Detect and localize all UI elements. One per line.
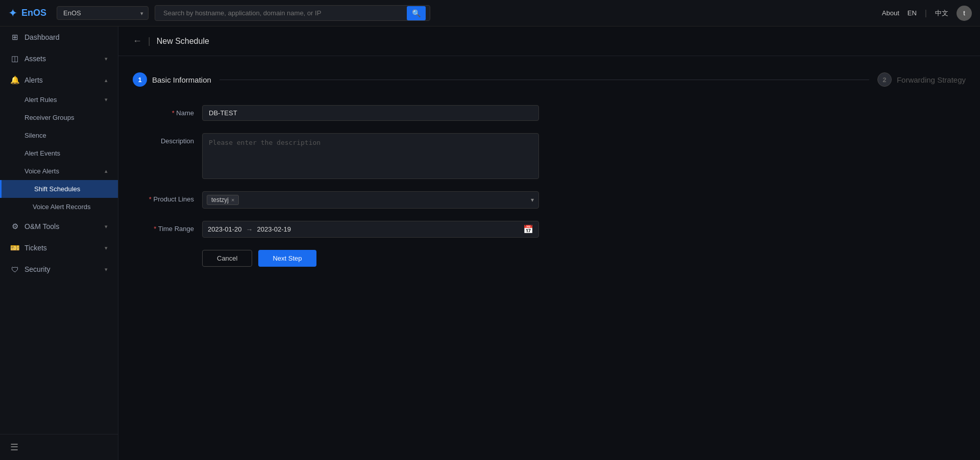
sidebar-item-om-tools[interactable]: ⚙ O&M Tools ▾	[0, 216, 118, 237]
product-lines-label: Product Lines	[133, 191, 194, 203]
sidebar-item-alert-events[interactable]: Alert Events	[0, 144, 118, 162]
form-area: 1 Basic Information 2 Forwarding Strateg…	[118, 56, 980, 460]
sidebar-item-assets[interactable]: ◫ Assets ▾	[0, 48, 118, 69]
sidebar-item-shift-schedules[interactable]: Shift Schedules	[0, 180, 118, 198]
alerts-icon: 🔔	[10, 75, 19, 85]
topbar-right: About EN | 中文 t	[882, 6, 972, 21]
date-range-picker[interactable]: 2023-01-20 → 2023-02-19 📅	[202, 221, 539, 238]
avatar[interactable]: t	[957, 6, 972, 21]
sidebar-label-alert-rules: Alert Rules	[24, 96, 105, 104]
sidebar-bottom: ☰	[0, 434, 118, 460]
security-icon: 🛡	[10, 265, 19, 274]
product-lines-select[interactable]: testzyj ×	[202, 191, 539, 209]
step2-label: Forwarding Strategy	[897, 75, 966, 84]
lang-en[interactable]: EN	[908, 9, 917, 17]
product-lines-select-wrap[interactable]: testzyj × ▾	[202, 191, 539, 209]
sidebar-item-receiver-groups[interactable]: Receiver Groups	[0, 109, 118, 126]
tag-close-icon[interactable]: ×	[231, 197, 234, 203]
description-label: Description	[133, 133, 194, 145]
form-row-description: Description	[133, 133, 592, 179]
alerts-arrow-icon: ▴	[105, 77, 108, 84]
step-1: 1 Basic Information	[133, 72, 211, 87]
sidebar-label-voice-alert-records: Voice Alert Records	[33, 203, 108, 211]
tag-label: testzyj	[211, 196, 229, 203]
calendar-icon[interactable]: 📅	[523, 224, 533, 234]
sidebar-label-tickets: Tickets	[24, 244, 100, 252]
tickets-arrow-icon: ▾	[105, 245, 108, 251]
stepper: 1 Basic Information 2 Forwarding Strateg…	[133, 72, 966, 87]
page-title: New Schedule	[157, 37, 209, 46]
main-layout: ⊞ Dashboard ◫ Assets ▾ 🔔 Alerts ▴ Alert …	[0, 27, 980, 460]
env-selector[interactable]: EnOS Production Staging	[57, 6, 149, 20]
sidebar-item-voice-alerts[interactable]: Voice Alerts ▴	[0, 162, 118, 180]
header-divider: |	[148, 36, 151, 46]
next-step-button[interactable]: Next Step	[258, 250, 316, 267]
logo-area: ✦ EnOS	[8, 7, 46, 20]
sidebar-item-alert-rules[interactable]: Alert Rules ▾	[0, 91, 118, 109]
sidebar-label-alert-events: Alert Events	[24, 149, 108, 157]
sidebar-label-security: Security	[24, 265, 100, 273]
step-2: 2 Forwarding Strategy	[877, 72, 966, 87]
product-line-tag: testzyj ×	[207, 195, 239, 205]
form-body: Name Description Product Lines testzyj	[133, 105, 592, 267]
date-end: 2023-02-19	[257, 225, 291, 233]
om-tools-icon: ⚙	[10, 222, 19, 231]
alert-rules-arrow-icon: ▾	[105, 96, 108, 103]
step2-circle: 2	[877, 72, 892, 87]
sidebar-label-silence: Silence	[24, 132, 108, 139]
dashboard-icon: ⊞	[10, 33, 19, 42]
sidebar-label-assets: Assets	[24, 55, 100, 63]
date-start: 2023-01-20	[208, 225, 242, 233]
voice-alerts-arrow-icon: ▴	[105, 168, 108, 174]
assets-arrow-icon: ▾	[105, 56, 108, 62]
sidebar-label-shift-schedules: Shift Schedules	[34, 185, 108, 193]
content-area: ← | New Schedule 1 Basic Information 2 F…	[118, 27, 980, 460]
sidebar-item-security[interactable]: 🛡 Security ▾	[0, 259, 118, 280]
sidebar-item-dashboard[interactable]: ⊞ Dashboard	[0, 27, 118, 48]
form-actions: Cancel Next Step	[202, 250, 592, 267]
sidebar-item-voice-alert-records[interactable]: Voice Alert Records	[0, 198, 118, 216]
enos-logo-icon: ✦	[8, 7, 17, 20]
search-button[interactable]: 🔍	[407, 6, 426, 20]
sidebar-label-om-tools: O&M Tools	[24, 222, 100, 231]
sidebar-item-tickets[interactable]: 🎫 Tickets ▾	[0, 237, 118, 259]
about-link[interactable]: About	[882, 9, 899, 17]
sidebar-item-alerts[interactable]: 🔔 Alerts ▴	[0, 69, 118, 91]
hamburger-icon[interactable]: ☰	[10, 442, 18, 452]
sidebar: ⊞ Dashboard ◫ Assets ▾ 🔔 Alerts ▴ Alert …	[0, 27, 118, 460]
topbar: ✦ EnOS EnOS Production Staging 🔍 About E…	[0, 0, 980, 27]
step1-circle: 1	[133, 72, 147, 87]
lang-divider: |	[925, 9, 927, 18]
page-header: ← | New Schedule	[118, 27, 980, 56]
sidebar-label-dashboard: Dashboard	[24, 33, 108, 41]
cancel-button[interactable]: Cancel	[202, 250, 252, 267]
sidebar-item-silence[interactable]: Silence	[0, 126, 118, 144]
time-range-label: Time Range	[133, 221, 194, 233]
form-row-product-lines: Product Lines testzyj × ▾	[133, 191, 592, 209]
env-selector-wrap[interactable]: EnOS Production Staging	[57, 6, 149, 20]
step-line	[219, 80, 869, 80]
sidebar-label-voice-alerts: Voice Alerts	[24, 167, 105, 175]
name-input[interactable]	[202, 105, 539, 121]
sidebar-label-receiver-groups: Receiver Groups	[24, 114, 108, 121]
form-row-name: Name	[133, 105, 592, 121]
security-arrow-icon: ▾	[105, 266, 108, 273]
date-separator: →	[246, 225, 253, 234]
name-label: Name	[133, 105, 194, 117]
search-input[interactable]	[159, 6, 407, 20]
form-row-time-range: Time Range 2023-01-20 → 2023-02-19 📅	[133, 221, 592, 238]
tickets-icon: 🎫	[10, 243, 19, 252]
lang-zh[interactable]: 中文	[935, 9, 948, 18]
step1-label: Basic Information	[152, 75, 211, 84]
search-wrap: 🔍	[155, 5, 430, 21]
description-textarea[interactable]	[202, 133, 539, 179]
sidebar-label-alerts: Alerts	[24, 76, 100, 84]
om-tools-arrow-icon: ▾	[105, 223, 108, 230]
logo-text: EnOS	[21, 8, 46, 18]
assets-icon: ◫	[10, 54, 19, 63]
back-button[interactable]: ←	[133, 36, 142, 46]
